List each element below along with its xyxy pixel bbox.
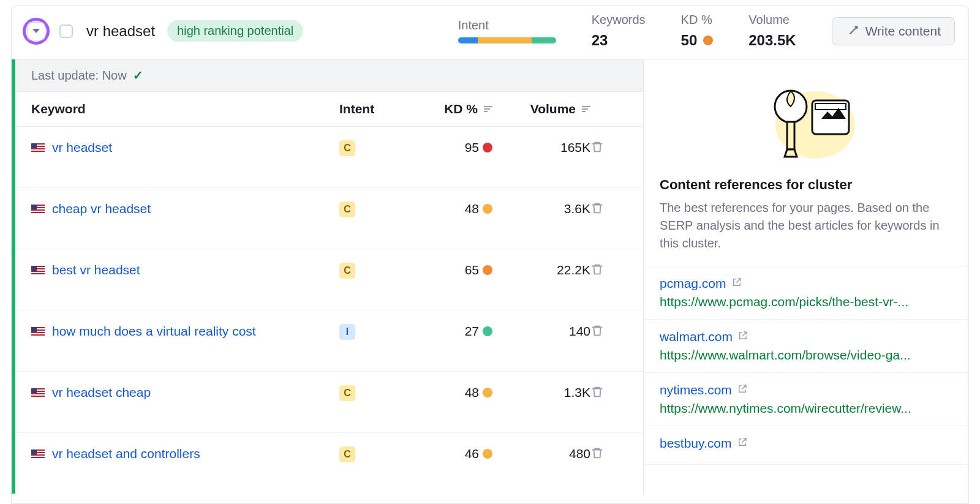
reference-url: https://www.nytimes.com/wirecutter/revie… <box>660 401 952 416</box>
reference-domain-link[interactable]: bestbuy.com <box>660 436 732 451</box>
sort-icon <box>484 106 492 112</box>
volume-cell: 165K <box>492 140 590 155</box>
kd-cell: 46 <box>407 446 492 461</box>
cluster-checkbox[interactable] <box>59 24 73 38</box>
delete-button[interactable] <box>590 326 604 340</box>
col-intent[interactable]: Intent <box>339 102 407 116</box>
flag-us-icon <box>31 143 45 152</box>
redo-arrow-icon <box>846 24 859 38</box>
table-row: vr headsetC95 165K <box>15 127 643 188</box>
expand-toggle[interactable] <box>23 18 50 45</box>
external-link-icon <box>737 329 748 344</box>
volume-cell: 22.2K <box>492 263 590 277</box>
kd-cell: 95 <box>407 140 492 155</box>
references-panel: Content references for cluster The best … <box>644 59 968 494</box>
table-row: best vr headsetC65 22.2K <box>15 249 643 310</box>
kd-dot-icon <box>483 326 492 336</box>
cluster-name: vr headset <box>86 23 155 40</box>
chevron-down-icon <box>32 29 40 33</box>
reference-item: bestbuy.com <box>644 426 968 465</box>
metric-volume: Volume 203.5K <box>748 13 796 49</box>
delete-button[interactable] <box>590 142 604 156</box>
last-update: Last update: Now ✓ <box>15 59 643 92</box>
cluster-header: vr headset high ranking potential Intent… <box>12 6 968 59</box>
check-icon: ✓ <box>133 68 143 83</box>
reference-domain-link[interactable]: walmart.com <box>660 329 733 344</box>
kd-dot-icon <box>483 265 492 275</box>
kd-cell: 48 <box>407 385 492 400</box>
reference-item: pcmag.com https://www.pcmag.com/picks/th… <box>644 266 968 320</box>
reference-item: nytimes.com https://www.nytimes.com/wire… <box>644 373 968 426</box>
flag-us-icon <box>31 388 45 397</box>
metric-intent: Intent <box>458 18 556 43</box>
external-link-icon <box>731 276 742 291</box>
intent-badge: C <box>339 263 355 279</box>
kd-cell: 27 <box>407 324 492 339</box>
reference-domain-link[interactable]: pcmag.com <box>660 276 726 291</box>
volume-cell: 3.6K <box>492 201 590 216</box>
table-row: vr headset and controllersC46 480 <box>15 433 643 494</box>
metric-keywords: Keywords 23 <box>592 13 646 49</box>
flag-us-icon <box>31 327 45 336</box>
ranking-badge: high ranking potential <box>167 20 303 42</box>
reference-url: https://www.pcmag.com/picks/the-best-vr-… <box>660 295 952 309</box>
intent-bar <box>458 37 556 43</box>
reference-url: https://www.walmart.com/browse/video-ga.… <box>660 348 952 363</box>
cluster-card: vr headset high ranking potential Intent… <box>11 5 969 504</box>
kd-dot-icon <box>483 449 492 459</box>
delete-button[interactable] <box>590 265 604 279</box>
kd-dot-icon <box>483 143 492 152</box>
intent-badge: C <box>339 446 355 462</box>
col-keyword[interactable]: Keyword <box>31 102 339 116</box>
intent-badge: C <box>339 201 355 217</box>
keyword-link[interactable]: best vr headset <box>52 263 140 277</box>
references-illustration <box>644 59 968 171</box>
references-title: Content references for cluster <box>660 177 952 193</box>
intent-badge: C <box>339 140 355 156</box>
table-row: cheap vr headsetC48 3.6K <box>15 188 643 249</box>
reference-domain-link[interactable]: nytimes.com <box>660 383 732 397</box>
table-header: Keyword Intent KD % Volume <box>15 92 643 127</box>
keyword-link[interactable]: vr headset and controllers <box>52 446 200 461</box>
keyword-link[interactable]: vr headset <box>52 140 112 155</box>
kd-dot-icon <box>483 388 492 397</box>
kd-cell: 48 <box>407 201 492 216</box>
reference-item: walmart.com https://www.walmart.com/brow… <box>644 320 968 373</box>
svg-rect-2 <box>815 103 846 110</box>
references-subtitle: The best references for your pages. Base… <box>660 199 952 252</box>
intent-badge: I <box>339 324 355 340</box>
delete-button[interactable] <box>590 448 604 462</box>
kd-dot-icon <box>483 204 492 214</box>
metric-kd: KD % 50 <box>681 13 714 49</box>
keyword-table: Last update: Now ✓ Keyword Intent KD % V… <box>12 59 644 494</box>
kd-dot-icon <box>703 36 713 45</box>
kd-cell: 65 <box>407 263 492 277</box>
volume-cell: 140 <box>492 324 590 339</box>
external-link-icon <box>737 436 748 451</box>
volume-cell: 1.3K <box>492 385 590 400</box>
keyword-link[interactable]: cheap vr headset <box>52 201 151 216</box>
keyword-link[interactable]: how much does a virtual reality cost <box>52 324 256 339</box>
col-kd[interactable]: KD % <box>407 102 492 116</box>
svg-rect-4 <box>787 122 794 149</box>
flag-us-icon <box>31 205 45 213</box>
external-link-icon <box>737 383 748 397</box>
delete-button[interactable] <box>590 203 604 217</box>
col-volume[interactable]: Volume <box>492 102 590 116</box>
intent-badge: C <box>339 385 355 401</box>
write-content-button[interactable]: Write content <box>832 17 955 45</box>
flag-us-icon <box>31 449 45 458</box>
table-row: vr headset cheapC48 1.3K <box>15 372 643 433</box>
flag-us-icon <box>31 266 45 274</box>
table-row: how much does a virtual reality costI27 … <box>15 310 643 372</box>
volume-cell: 480 <box>492 446 590 461</box>
delete-button[interactable] <box>590 387 604 401</box>
keyword-link[interactable]: vr headset cheap <box>52 385 151 400</box>
sort-icon <box>582 106 590 112</box>
